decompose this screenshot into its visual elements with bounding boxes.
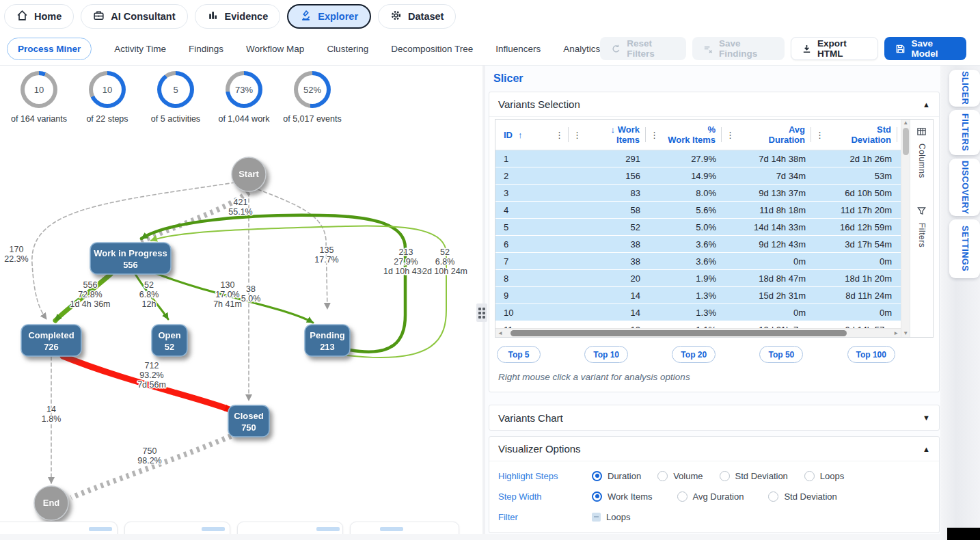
export-html-button[interactable]: Export HTML — [791, 37, 878, 60]
node-wip[interactable]: Work in Progress556 — [90, 243, 171, 274]
cell: 7d 14h 38m — [722, 154, 811, 164]
nav-pill-evidence[interactable]: Evidence — [195, 4, 281, 29]
column-menu-icon[interactable]: ⋮ — [646, 130, 663, 140]
progress-ring[interactable]: 10 — [89, 71, 126, 108]
progress-ring[interactable]: 52% — [294, 71, 331, 108]
cell: 1 — [495, 154, 569, 164]
table-row[interactable]: 11121.1%12d 21h 7m6d 14h 57m — [495, 321, 901, 328]
table-header: ID↑⋮⋮↓ Work Items⋮% Work Items⋮Avg Durat… — [495, 120, 901, 150]
progress-ring[interactable]: 73% — [226, 71, 262, 108]
top-50-button[interactable]: Top 50 — [759, 346, 803, 363]
side-tab-slicer[interactable]: SLICER — [949, 70, 980, 107]
column-header--work-items[interactable]: ⋮% Work Items — [646, 120, 721, 150]
tab-decomposition-tree[interactable]: Decomposition Tree — [391, 44, 473, 54]
radio-icon[interactable] — [657, 471, 668, 481]
checkbox-loops[interactable]: Loops — [592, 512, 630, 522]
microscope-icon — [300, 10, 312, 23]
column-menu-icon[interactable]: ⋮ — [569, 130, 586, 140]
column-menu-icon[interactable]: ⋮ — [722, 130, 739, 140]
column-header-work-items[interactable]: ⋮↓ Work Items — [569, 120, 645, 150]
tab-clustering[interactable]: Clustering — [327, 44, 368, 54]
save-findings-button[interactable]: Save Findings — [692, 37, 785, 60]
horizontal-scrollbar[interactable]: ◄► — [495, 328, 901, 337]
collapse-icon[interactable]: ▲ — [923, 100, 930, 109]
column-header-id[interactable]: ID↑⋮ — [495, 120, 568, 150]
radio-duration[interactable]: Duration — [592, 471, 641, 481]
variants-chart-header[interactable]: Variants Chart ▼ — [489, 405, 939, 430]
option-label: Loops — [606, 512, 630, 522]
tab-findings[interactable]: Findings — [189, 44, 223, 54]
rail-filters[interactable]: Filters — [916, 206, 927, 247]
top-20-button[interactable]: Top 20 — [672, 346, 716, 363]
vertical-scrollbar[interactable]: ▲▼ — [901, 120, 910, 337]
option-group: Work ItemsAvg DurationStd Deviation — [592, 491, 837, 502]
table-row[interactable]: 5525.0%14d 14h 33m16d 12h 59m — [495, 219, 901, 236]
tab-analytics[interactable]: Analytics — [563, 44, 600, 54]
tab-influencers[interactable]: Influencers — [495, 44, 541, 54]
visualizer-options-header[interactable]: Visualizer Options ▲ — [489, 437, 939, 461]
table-row[interactable]: 7383.6%0m0m — [495, 253, 901, 270]
column-header-avg-duration[interactable]: ⋮Avg Duration — [722, 120, 811, 150]
radio-icon[interactable] — [677, 491, 688, 502]
top-5-button[interactable]: Top 5 — [497, 346, 541, 363]
bottom-strip — [0, 534, 940, 540]
collapse-icon[interactable]: ▲ — [923, 445, 930, 453]
column-menu-icon[interactable]: ⋮ — [551, 130, 568, 140]
progress-ring[interactable]: 10 — [21, 71, 57, 108]
node-start[interactable]: Start — [232, 157, 266, 191]
node-closed[interactable]: Closed750 — [228, 405, 269, 437]
radio-icon[interactable] — [592, 471, 602, 481]
radio-std-deviation[interactable]: Std Deviation — [768, 491, 836, 502]
column-menu-icon[interactable]: ⋮ — [811, 130, 828, 140]
tab-workflow-map[interactable]: Workflow Map — [246, 44, 304, 54]
radio-icon[interactable] — [720, 471, 730, 481]
side-tab-discovery[interactable]: DISCOVERY — [949, 159, 980, 216]
top-10-button[interactable]: Top 10 — [584, 346, 628, 363]
table-row[interactable]: 8201.9%18d 8h 47m18d 1h 20m — [495, 270, 901, 287]
save-model-button[interactable]: Save Model — [884, 37, 966, 60]
radio-avg-duration[interactable]: Avg Duration — [677, 491, 744, 502]
rail-columns[interactable]: Columns — [916, 126, 927, 178]
table-row[interactable]: 4585.6%11d 8h 18m11d 17h 20m — [495, 202, 901, 219]
reset-filters-button[interactable]: Reset Filters — [600, 37, 686, 60]
cell: 9d 12h 43m — [722, 239, 811, 249]
table-row[interactable]: 3838.0%9d 13h 37m6d 10h 50m — [495, 185, 901, 202]
radio-icon[interactable] — [768, 491, 778, 502]
node-pending[interactable]: Pending213 — [305, 325, 350, 356]
radio-volume[interactable]: Volume — [657, 471, 703, 481]
nav-pill-explorer[interactable]: Explorer — [287, 4, 371, 29]
radio-std-deviation[interactable]: Std Deviation — [720, 471, 788, 481]
collapse-icon[interactable]: ▼ — [923, 414, 930, 422]
variants-selection-header[interactable]: Variants Selection ▲ — [489, 92, 939, 117]
table-row[interactable]: 10141.3%0m0m — [495, 304, 901, 321]
side-tab-filters[interactable]: FILTERS — [949, 110, 980, 155]
nav-pill-ai-consultant[interactable]: AI Consultant — [81, 4, 187, 29]
radio-icon[interactable] — [804, 471, 815, 481]
table-row[interactable]: 9141.3%15d 2h 31m8d 11h 24m — [495, 287, 901, 304]
node-completed[interactable]: Completed726 — [21, 325, 81, 356]
column-header-std-deviation[interactable]: ⋮Std Deviation — [811, 120, 897, 150]
panel-splitter-handle[interactable] — [476, 303, 487, 322]
tab-process-miner[interactable]: Process Miner — [7, 38, 92, 60]
node-end[interactable]: End — [34, 486, 68, 520]
nav-pill-dataset[interactable]: Dataset — [378, 4, 456, 29]
nav-pill-home[interactable]: Home — [4, 4, 74, 29]
tab-activity-time[interactable]: Activity Time — [114, 44, 166, 54]
nav-pill-label: AI Consultant — [111, 11, 175, 22]
visualizer-row: Highlight StepsDurationVolumeStd Deviati… — [489, 465, 939, 486]
edge-label: 55672.8%1d 4h 36m — [70, 280, 110, 309]
table-row[interactable]: 129127.9%7d 14h 38m2d 1h 26m — [495, 150, 901, 167]
top-100-button[interactable]: Top 100 — [847, 346, 895, 363]
radio-work-items[interactable]: Work Items — [592, 491, 653, 502]
progress-ring[interactable]: 5 — [157, 71, 194, 108]
side-tab-settings[interactable]: SETTINGS — [949, 219, 980, 278]
variants-selection-title: Variants Selection — [498, 98, 580, 110]
process-map-canvas: 10of 164 variants10of 22 steps5of 5 acti… — [0, 66, 485, 540]
node-open[interactable]: Open52 — [152, 325, 187, 356]
checkbox-icon[interactable] — [592, 513, 601, 522]
radio-loops[interactable]: Loops — [804, 471, 844, 481]
edge-label: 141.8% — [42, 405, 62, 424]
table-row[interactable]: 6383.6%9d 12h 43m3d 17h 54m — [495, 236, 901, 253]
table-row[interactable]: 215614.9%7d 34m53m — [495, 167, 901, 185]
radio-icon[interactable] — [592, 491, 602, 502]
